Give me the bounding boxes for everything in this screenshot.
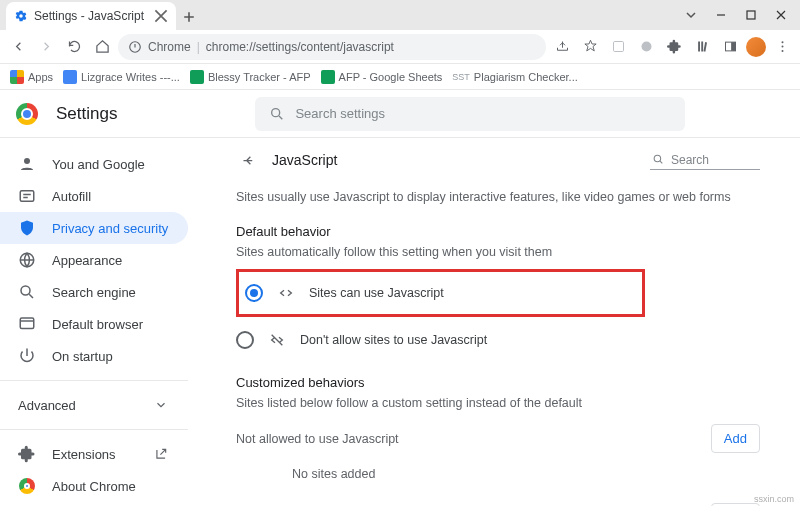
side-panel-icon[interactable]: [718, 35, 742, 59]
add-not-allowed-button[interactable]: Add: [711, 424, 760, 453]
sidebar-item-on-startup[interactable]: On startup: [0, 340, 188, 372]
browser-icon: [18, 315, 36, 333]
svg-point-18: [654, 155, 661, 162]
bookmark-apps[interactable]: Apps: [10, 70, 53, 84]
svg-point-13: [24, 158, 30, 164]
sidebar-item-default-browser[interactable]: Default browser: [0, 308, 188, 340]
highlighted-region: Sites can use Javascript: [236, 269, 645, 317]
appearance-icon: [18, 251, 36, 269]
omnibox-prefix: Chrome: [148, 40, 191, 54]
share-button[interactable]: [550, 35, 574, 59]
sidebar-divider: [0, 429, 188, 430]
svg-rect-4: [698, 42, 700, 52]
bookmark-lizgrace[interactable]: Lizgrace Writes ---...: [63, 70, 180, 84]
radio-selected-icon: [245, 284, 263, 302]
bookmarks-bar: Apps Lizgrace Writes ---... Blessy Track…: [0, 64, 800, 90]
forward-button[interactable]: [34, 35, 58, 59]
apps-icon: [10, 70, 24, 84]
sheets-icon: [190, 70, 204, 84]
open-in-new-icon: [152, 445, 170, 463]
radio-allow-javascript[interactable]: Sites can use Javascript: [245, 276, 636, 310]
ext2-icon[interactable]: [634, 35, 658, 59]
back-button[interactable]: [6, 35, 30, 59]
svg-rect-14: [20, 191, 34, 202]
svg-rect-5: [701, 42, 703, 52]
customized-behaviors-heading: Customized behaviors: [236, 375, 760, 390]
sidebar-item-extensions[interactable]: Extensions: [0, 438, 188, 470]
default-behavior-heading: Default behavior: [236, 224, 760, 239]
code-off-icon: [269, 332, 285, 348]
customized-behaviors-subtext: Sites listed below follow a custom setti…: [236, 396, 760, 410]
sidebar-divider: [0, 380, 188, 381]
svg-rect-6: [703, 42, 706, 52]
sidebar-item-advanced[interactable]: Advanced: [0, 389, 188, 421]
extensions-icon: [18, 445, 36, 463]
bookmark-google-sheets[interactable]: AFP - Google Sheets: [321, 70, 443, 84]
browser-tab[interactable]: Settings - JavaScript: [6, 2, 176, 30]
content-title: JavaScript: [272, 152, 337, 168]
bookmark-blessy[interactable]: Blessy Tracker - AFP: [190, 70, 311, 84]
settings-title: Settings: [56, 104, 117, 124]
settings-sidebar: You and Google Autofill Privacy and secu…: [0, 138, 206, 506]
reload-button[interactable]: [62, 35, 86, 59]
person-icon: [18, 155, 36, 173]
site-info-icon: [128, 40, 142, 54]
content-search-input[interactable]: Search: [650, 151, 760, 170]
svg-point-9: [781, 41, 783, 43]
radio-unselected-icon: [236, 331, 254, 349]
chevron-down-icon: [152, 396, 170, 414]
bookmark-plagiarism[interactable]: SSTPlagiarism Checker...: [452, 71, 577, 83]
new-tab-button[interactable]: [176, 4, 202, 30]
search-icon: [652, 153, 665, 166]
svg-rect-17: [20, 318, 34, 329]
sidebar-item-about-chrome[interactable]: About Chrome: [0, 470, 188, 502]
svg-point-10: [781, 46, 783, 48]
shield-icon: [18, 219, 36, 237]
search-icon: [269, 106, 285, 122]
content-back-button[interactable]: [236, 148, 260, 172]
profile-avatar[interactable]: [746, 37, 766, 57]
chrome-logo-icon: [16, 103, 38, 125]
not-allowed-empty: No sites added: [236, 459, 760, 489]
autofill-icon: [18, 187, 36, 205]
bookmark-button[interactable]: [578, 35, 602, 59]
sidebar-item-appearance[interactable]: Appearance: [0, 244, 188, 276]
sst-icon: SST: [452, 72, 470, 82]
settings-content: JavaScript Search Sites usually use Java…: [206, 138, 800, 506]
browser-toolbar: Chrome | chrome://settings/content/javas…: [0, 30, 800, 64]
settings-search-box[interactable]: Search settings: [255, 97, 685, 131]
search-icon: [18, 283, 36, 301]
svg-point-12: [272, 108, 280, 116]
svg-rect-2: [613, 42, 623, 52]
sidebar-item-search-engine[interactable]: Search engine: [0, 276, 188, 308]
window-maximize-button[interactable]: [736, 0, 766, 30]
svg-rect-8: [731, 42, 735, 51]
radio-block-javascript[interactable]: Don't allow sites to use Javascript: [236, 323, 760, 357]
svg-point-3: [641, 42, 651, 52]
window-minimize-button[interactable]: [706, 0, 736, 30]
settings-header: Settings Search settings: [0, 90, 800, 138]
home-button[interactable]: [90, 35, 114, 59]
tab-close-button[interactable]: [154, 9, 168, 23]
sidebar-item-privacy-security[interactable]: Privacy and security: [0, 212, 188, 244]
ext1-icon[interactable]: [606, 35, 630, 59]
not-allowed-heading: Not allowed to use Javascript: [236, 432, 399, 446]
default-behavior-subtext: Sites automatically follow this setting …: [236, 245, 760, 259]
menu-button[interactable]: [770, 35, 794, 59]
globe-icon: [63, 70, 77, 84]
omnibox-url: chrome://settings/content/javascript: [206, 40, 394, 54]
reading-list-icon[interactable]: [690, 35, 714, 59]
svg-point-11: [781, 50, 783, 52]
code-icon: [278, 285, 294, 301]
tab-title: Settings - JavaScript: [34, 9, 144, 23]
window-caret-icon[interactable]: [676, 0, 706, 30]
extensions-icon[interactable]: [662, 35, 686, 59]
sidebar-item-autofill[interactable]: Autofill: [0, 180, 188, 212]
svg-point-16: [21, 286, 30, 295]
watermark: ssxin.com: [754, 494, 794, 504]
window-close-button[interactable]: [766, 0, 796, 30]
sidebar-item-you-and-google[interactable]: You and Google: [0, 148, 188, 180]
omnibox[interactable]: Chrome | chrome://settings/content/javas…: [118, 34, 546, 60]
chrome-icon: [18, 477, 36, 495]
settings-search-placeholder: Search settings: [295, 106, 385, 121]
